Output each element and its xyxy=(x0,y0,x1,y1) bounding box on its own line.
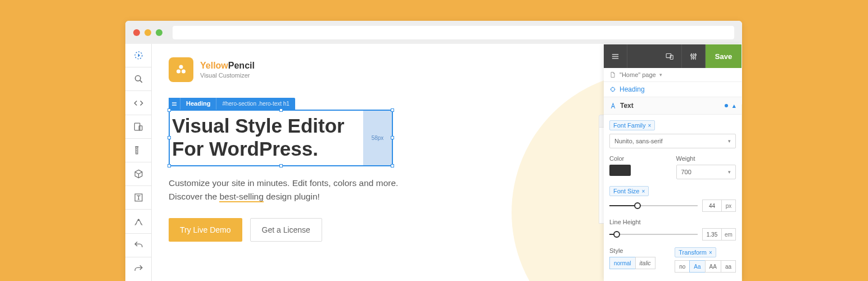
line-height-unit[interactable]: em xyxy=(721,228,736,241)
responsive-tool[interactable] xyxy=(125,115,152,139)
search-tool[interactable] xyxy=(125,67,152,91)
font-size-chip[interactable]: Font Size × xyxy=(609,186,649,196)
inspector-panel: Save "Home" page ▾ Heading Text ▴ Font F… xyxy=(604,44,742,281)
line-height-input[interactable] xyxy=(702,228,721,241)
inspector-content: Font Family × Nunito, sans-serif ▾ Color… xyxy=(604,115,742,278)
font-size-unit[interactable]: px xyxy=(721,200,736,212)
selection-label: Heading xyxy=(180,98,216,110)
undo-tool[interactable] xyxy=(125,234,152,257)
transform-group: no Aa AA aa xyxy=(675,260,736,273)
left-toolbar xyxy=(125,44,152,281)
code-tool[interactable] xyxy=(125,91,152,115)
selection-box[interactable]: Visual Style EditorFor WordPress. 58px xyxy=(169,110,393,166)
measure-tool[interactable] xyxy=(125,139,152,162)
redo-tool[interactable] xyxy=(125,257,152,281)
slider-knob[interactable] xyxy=(613,231,620,238)
get-license-button[interactable]: Get a License xyxy=(250,218,322,242)
svg-point-29 xyxy=(695,54,697,56)
padding-label: 58px xyxy=(372,135,384,141)
element-label: Heading xyxy=(620,85,645,93)
font-size-input[interactable] xyxy=(702,200,721,212)
dot-icon[interactable] xyxy=(725,104,728,107)
text-icon xyxy=(609,102,617,110)
font-family-chip[interactable]: Font Family × xyxy=(609,120,655,130)
chevron-down-icon: ▾ xyxy=(659,72,662,78)
padding-indicator: 58px xyxy=(363,111,392,165)
logo-icon xyxy=(169,57,193,82)
page-breadcrumb[interactable]: "Home" page ▾ xyxy=(604,68,742,82)
svg-point-13 xyxy=(179,65,183,69)
close-icon[interactable]: × xyxy=(709,250,712,256)
font-family-select[interactable]: Nunito, sans-serif ▾ xyxy=(609,134,736,148)
transform-chip[interactable]: Transform × xyxy=(675,247,716,257)
resize-handle[interactable] xyxy=(279,108,283,112)
svg-point-1 xyxy=(135,76,141,81)
cube-tool[interactable] xyxy=(125,162,152,186)
svg-rect-23 xyxy=(670,55,673,59)
transform-capitalize[interactable]: Aa xyxy=(689,260,704,273)
maximize-icon[interactable] xyxy=(156,29,162,36)
logo-subtitle: Visual Customizer xyxy=(200,72,255,79)
svg-point-28 xyxy=(693,57,694,58)
transform-no[interactable]: no xyxy=(675,260,689,273)
resize-handle[interactable] xyxy=(279,164,283,167)
menu-icon[interactable] xyxy=(169,98,180,110)
target-tool[interactable] xyxy=(125,44,152,67)
transform-lower[interactable]: aa xyxy=(721,260,736,273)
settings-icon[interactable] xyxy=(682,44,706,68)
breadcrumb-label: "Home" page xyxy=(620,71,656,78)
style-normal[interactable]: normal xyxy=(609,257,635,269)
logo-title-b: Pencil xyxy=(228,61,255,70)
logo-title-a: Yellow xyxy=(200,61,228,70)
menu-icon[interactable] xyxy=(604,44,627,68)
resize-handle[interactable] xyxy=(391,108,394,112)
section-text[interactable]: Text ▴ xyxy=(604,97,742,115)
resize-handle[interactable] xyxy=(168,164,171,167)
svg-point-30 xyxy=(611,88,615,92)
hero-title[interactable]: Visual Style EditorFor WordPress. xyxy=(172,114,361,161)
transform-upper[interactable]: AA xyxy=(705,260,721,273)
chevron-up-icon[interactable]: ▴ xyxy=(733,102,736,110)
inspector-topbar: Save xyxy=(604,44,742,68)
svg-point-12 xyxy=(138,219,139,220)
selection-tag[interactable]: Heading #hero-section .hero-text h1 xyxy=(169,98,295,110)
svg-point-27 xyxy=(691,54,693,56)
browser-chrome xyxy=(125,21,742,44)
target-icon xyxy=(609,86,616,93)
resize-handle[interactable] xyxy=(168,108,171,112)
traffic-lights xyxy=(133,29,162,36)
site-logo[interactable]: YellowPencil Visual Customizer xyxy=(169,57,255,82)
resize-handle[interactable] xyxy=(391,136,394,139)
color-swatch[interactable] xyxy=(609,165,631,176)
font-size-slider[interactable] xyxy=(609,200,698,212)
hero-description: Customize your site in minutes. Edit fon… xyxy=(169,176,405,203)
devices-icon[interactable] xyxy=(658,44,682,68)
try-demo-button[interactable]: Try Live Demo xyxy=(169,218,242,242)
slider-knob[interactable] xyxy=(634,202,641,209)
chevron-down-icon: ▾ xyxy=(728,169,731,175)
style-label: Style xyxy=(609,247,668,254)
svg-point-14 xyxy=(177,70,180,74)
minimize-icon[interactable] xyxy=(144,29,151,36)
resize-handle[interactable] xyxy=(168,136,171,139)
page-icon xyxy=(609,71,616,78)
element-breadcrumb[interactable]: Heading xyxy=(604,82,742,97)
style-group: normal italic xyxy=(609,257,668,269)
url-bar[interactable] xyxy=(173,26,734,39)
line-height-label: Line Height xyxy=(609,219,736,225)
style-italic[interactable]: italic xyxy=(635,257,655,269)
svg-point-15 xyxy=(182,70,186,74)
line-height-slider[interactable] xyxy=(609,228,698,241)
selection-selector: #hero-section .hero-text h1 xyxy=(216,98,295,110)
chevron-down-icon: ▾ xyxy=(728,138,731,144)
resize-handle[interactable] xyxy=(391,164,394,167)
svg-line-2 xyxy=(140,80,142,83)
save-button[interactable]: Save xyxy=(706,44,742,68)
animation-tool[interactable] xyxy=(125,210,152,233)
typography-tool[interactable] xyxy=(125,186,152,210)
close-icon[interactable] xyxy=(133,29,140,36)
weight-label: Weight xyxy=(676,155,736,162)
close-icon[interactable]: × xyxy=(641,188,645,194)
weight-select[interactable]: 700 ▾ xyxy=(676,165,736,179)
close-icon[interactable]: × xyxy=(648,123,651,129)
